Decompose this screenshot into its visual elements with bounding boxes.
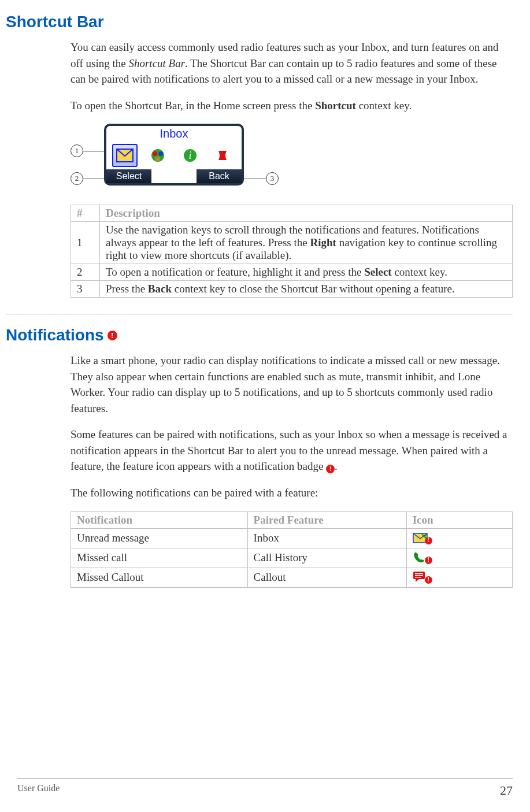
device-icons: i [106,142,242,169]
paragraph: To open the Shortcut Bar, in the Home sc… [71,98,513,114]
footer-title: User Guide [17,783,60,798]
table-cell: ! [406,568,512,587]
device-screenshot: Inbox [104,124,244,186]
inbox-icon [112,144,138,167]
notification-badge-icon: ! [108,331,117,340]
notification-badge-icon: ! [425,557,432,564]
text-strong: Select [364,266,391,278]
device-softkeys: Select Back [106,169,242,183]
svg-rect-10 [415,577,421,578]
table-cell: To open a notification or feature, highl… [100,264,513,281]
table-cell: 1 [71,222,100,264]
callout-label: 2 [71,172,83,185]
text-span: context key. [392,266,447,278]
text-em: Shortcut Bar [128,57,185,69]
text-span: context key. [356,99,412,112]
notification-badge-icon: ! [425,576,432,584]
table-header-feature: Paired Feature [247,511,406,528]
svg-rect-9 [415,575,423,576]
table-cell: ! [406,548,512,568]
page-footer: User Guide 27 [17,778,513,798]
text-strong: Back [148,283,172,295]
svg-rect-8 [415,573,423,574]
home-icon [145,144,171,167]
callout-line [244,179,266,179]
table-row: Missed Callout Callout ! [71,568,513,587]
table-cell: Unread message [71,528,248,548]
heading-shortcut-bar: Shortcut Bar [6,13,513,31]
table-cell: ! [406,528,512,548]
paragraph: Like a smart phone, your radio can displ… [71,353,513,416]
softkey-select: Select [106,169,151,183]
callout-badge-icon: ! [413,570,431,583]
callout-line [83,179,104,179]
paragraph: The following notifications can be paire… [71,485,513,501]
envelope-badge-icon: ! [413,531,431,543]
table-header-notification: Notification [71,511,248,528]
info-icon: i [177,144,203,167]
shortcut-bar-figure: 1 2 3 Inbox [71,124,279,193]
text-strong: Shortcut [315,99,356,112]
text-span: context key to close the Shortcut Bar wi… [172,283,455,295]
softkey-back: Back [197,169,242,183]
table-cell: Use the navigation keys to scroll throug… [100,222,513,264]
table-row: 1 Use the navigation keys to scroll thro… [71,222,513,264]
svg-point-2 [153,151,157,156]
svg-point-3 [158,151,163,156]
text-span: To open the Shortcut Bar, in the Home sc… [71,99,315,112]
table-cell: Missed Callout [71,568,248,587]
text-strong: Right [310,236,336,249]
device-title: Inbox [106,126,242,142]
text-span: Some features can be paired with notific… [71,428,507,472]
table-cell: 2 [71,264,100,281]
callout-label: 3 [266,172,279,185]
table-row: Unread message Inbox ! [71,528,513,548]
table-header-icon: Icon [406,511,512,528]
table-row: 3 Press the Back context key to close th… [71,281,513,298]
table-header-num: # [71,205,100,222]
table-cell: Call History [247,548,406,568]
description-table: # Description 1 Use the navigation keys … [71,205,513,298]
callout-label: 1 [71,144,83,157]
pairing-table: Notification Paired Feature Icon Unread … [71,511,513,588]
heading-notifications: Notifications ! [6,326,513,344]
softkey-middle [151,169,197,183]
alert-icon [210,144,236,167]
table-header-description: Description [100,205,513,222]
text-span: To open a notification or feature, highl… [106,266,364,278]
svg-text:i: i [189,150,192,161]
table-cell: Inbox [247,528,406,548]
table-cell: Missed call [71,548,248,568]
notification-badge-icon: ! [326,465,335,473]
table-cell: Press the Back context key to close the … [100,281,513,298]
table-cell: Callout [247,568,406,587]
heading-text: Notifications [6,326,104,344]
notification-badge-icon: ! [425,537,432,544]
table-row: 2 To open a notification or feature, hig… [71,264,513,281]
phone-badge-icon: ! [413,550,431,563]
page-number: 27 [500,783,513,798]
table-row: Missed call Call History ! [71,548,513,568]
callout-line [83,151,104,151]
section-divider [6,314,513,314]
text-span: Press the [106,283,148,295]
text-span: . [335,460,338,472]
table-cell: 3 [71,281,100,298]
paragraph: Some features can be paired with notific… [71,427,513,474]
paragraph: You can easily access commonly used radi… [71,39,513,87]
